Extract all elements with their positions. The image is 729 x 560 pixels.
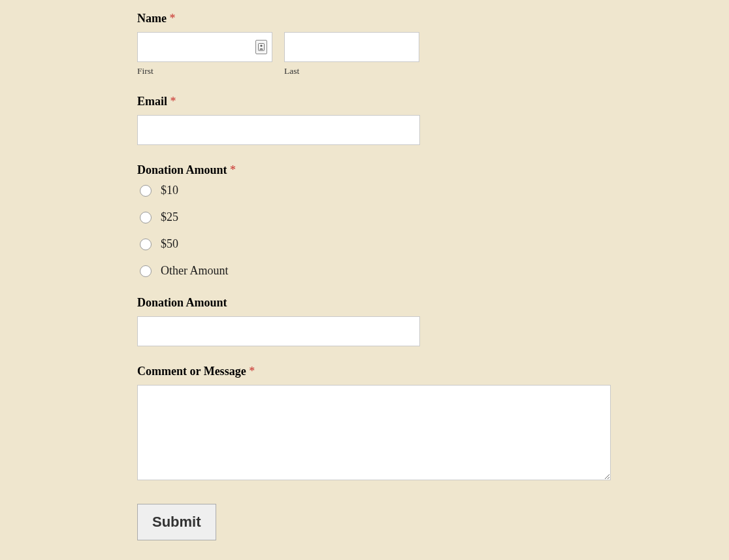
email-required-mark: * [170, 95, 176, 108]
first-name-input-wrap [137, 32, 272, 62]
donation-form: Name * First Last Email * [137, 12, 611, 540]
donation-option-10: $10 [137, 184, 611, 197]
donation-radio-50[interactable] [140, 239, 152, 250]
name-row: First Last [137, 32, 611, 76]
comment-label: Comment or Message * [137, 365, 611, 378]
first-name-sublabel: First [137, 66, 272, 76]
donation-option-25: $25 [137, 210, 611, 224]
donation-radio-25[interactable] [140, 212, 152, 223]
donation-option-50: $50 [137, 237, 611, 251]
donation-amount-field-group: Donation Amount * $10 $25 $50 Other Amou… [137, 163, 611, 278]
last-name-sublabel: Last [284, 66, 419, 76]
donation-amount-required-mark: * [230, 163, 236, 176]
donation-radio-10[interactable] [140, 185, 152, 197]
last-name-input[interactable] [284, 32, 419, 62]
donation-radio-50-label[interactable]: $50 [161, 237, 178, 251]
submit-button[interactable]: Submit [137, 504, 216, 540]
name-required-mark: * [169, 12, 175, 25]
donation-other-label: Donation Amount [137, 296, 611, 310]
donation-radio-25-label[interactable]: $25 [161, 210, 178, 224]
donation-amount-label: Donation Amount * [137, 163, 611, 177]
donation-radio-other[interactable] [140, 265, 152, 277]
donation-amount-radio-list: $10 $25 $50 Other Amount [137, 184, 611, 278]
donation-other-input[interactable] [137, 316, 420, 346]
donation-other-label-text: Donation Amount [137, 296, 227, 309]
name-label-text: Name [137, 12, 167, 25]
name-label: Name * [137, 12, 611, 25]
email-field-group: Email * [137, 95, 611, 145]
first-name-input[interactable] [137, 32, 272, 62]
donation-radio-10-label[interactable]: $10 [161, 184, 178, 197]
name-last-column: Last [284, 32, 419, 76]
email-label: Email * [137, 95, 611, 108]
name-first-column: First [137, 32, 272, 76]
comment-field-group: Comment or Message * [137, 365, 611, 483]
donation-amount-label-text: Donation Amount [137, 163, 227, 176]
donation-radio-other-label[interactable]: Other Amount [161, 264, 229, 278]
email-label-text: Email [137, 95, 167, 108]
donation-option-other: Other Amount [137, 264, 611, 278]
comment-textarea[interactable] [137, 385, 611, 480]
donation-other-field-group: Donation Amount [137, 296, 611, 346]
email-input[interactable] [137, 115, 420, 145]
comment-label-text: Comment or Message [137, 365, 246, 378]
name-field-group: Name * First Last [137, 12, 611, 76]
comment-required-mark: * [249, 365, 255, 378]
